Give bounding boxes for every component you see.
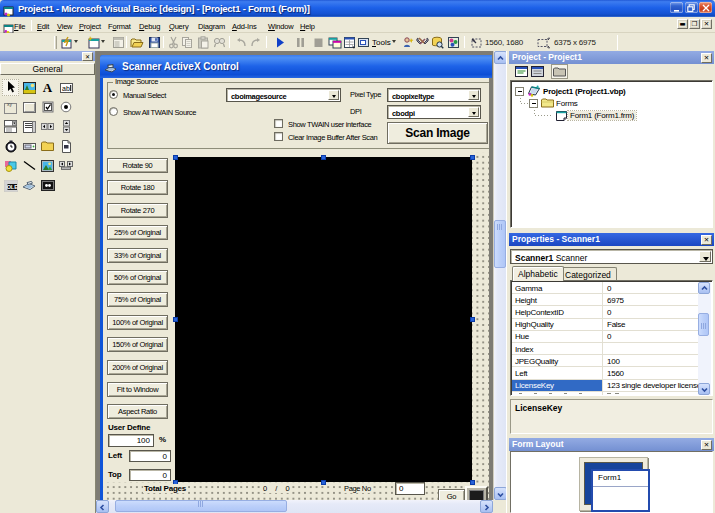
view-code-icon[interactable] bbox=[513, 64, 530, 79]
toolbox-titlebar[interactable] bbox=[0, 51, 95, 61]
tools-utility-icon[interactable] bbox=[415, 36, 429, 50]
menu-window[interactable]: Window bbox=[268, 22, 294, 31]
property-row-highquality[interactable]: HighQualityFalse bbox=[512, 319, 699, 331]
dpi-combo[interactable]: cbodpi bbox=[387, 105, 481, 119]
project-panel-titlebar[interactable]: Project - Project1 ✕ bbox=[509, 51, 714, 64]
selection-handle[interactable] bbox=[321, 480, 326, 485]
tab-alphabetic[interactable]: Alphabetic bbox=[512, 266, 564, 281]
form-layout-miniform[interactable]: Form1 bbox=[591, 469, 650, 512]
toolbox-label-icon[interactable]: A bbox=[39, 79, 56, 96]
tree-node-form1-form1-frm-[interactable]: Form1 (Form1.frm) bbox=[543, 109, 636, 121]
left-input[interactable]: 0 bbox=[129, 450, 171, 462]
copy-icon[interactable] bbox=[180, 36, 194, 50]
menu-help[interactable]: Help bbox=[300, 22, 315, 31]
form-design-surface[interactable]: Image Source Manual Select cboimagesourc… bbox=[103, 78, 489, 513]
cut-icon[interactable] bbox=[166, 36, 180, 50]
form-layout-close-icon[interactable]: ✕ bbox=[701, 440, 712, 450]
zoom-button-100-of-original[interactable]: 100% of Original bbox=[107, 315, 168, 330]
menu-format[interactable]: Format bbox=[108, 22, 131, 31]
break-icon[interactable] bbox=[293, 36, 307, 50]
properties-window-icon[interactable] bbox=[342, 36, 356, 50]
zoom-button-25-of-original[interactable]: 25% of Original bbox=[107, 225, 168, 240]
project-close-icon[interactable]: ✕ bbox=[701, 53, 712, 63]
property-row-licensekey[interactable]: LicenseKey123 single developer license bbox=[512, 380, 699, 392]
menu-diagram[interactable]: Diagram bbox=[198, 22, 225, 31]
form-titlebar[interactable]: Scanner ActiveX Control bbox=[100, 55, 492, 78]
toolbox-optionbutton-icon[interactable] bbox=[58, 99, 75, 116]
add-form-dropdown-icon[interactable] bbox=[101, 40, 105, 43]
zoom-button-rotate-180[interactable]: Rotate 180 bbox=[107, 180, 168, 195]
menu-addins[interactable]: Add-Ins bbox=[232, 22, 256, 31]
tree-node-forms[interactable]: Forms bbox=[529, 97, 580, 109]
zoom-button-33-of-original[interactable]: 33% of Original bbox=[107, 248, 168, 263]
add-project-icon[interactable] bbox=[59, 36, 73, 50]
restore-button[interactable] bbox=[685, 2, 698, 14]
toolbox-tab-general[interactable]: General bbox=[0, 63, 95, 75]
menu-editor-icon[interactable] bbox=[111, 36, 125, 50]
tab-categorized[interactable]: Categorized bbox=[559, 267, 617, 281]
zoom-button-75-of-original[interactable]: 75% of Original bbox=[107, 292, 168, 307]
toolbox-imageviewer-icon[interactable] bbox=[39, 177, 56, 194]
menu-view[interactable]: View bbox=[57, 22, 72, 31]
property-row-height[interactable]: Height6975 bbox=[512, 294, 699, 306]
zoom-button-rotate-90[interactable]: Rotate 90 bbox=[107, 158, 168, 173]
toolbox-image-icon[interactable] bbox=[39, 157, 56, 174]
open-project-icon[interactable] bbox=[130, 36, 144, 50]
show-all-twain-radio[interactable] bbox=[109, 107, 118, 116]
toggle-folders-icon[interactable] bbox=[551, 64, 568, 79]
data-view-window-icon[interactable] bbox=[430, 36, 444, 50]
toolbox-combobox-icon[interactable] bbox=[2, 118, 19, 135]
paste-icon[interactable] bbox=[196, 36, 210, 50]
clear-buffer-label[interactable]: Clear Image Buffer After Scan bbox=[287, 133, 378, 142]
zoom-button-50-of-original[interactable]: 50% of Original bbox=[107, 270, 168, 285]
menu-edit[interactable]: Edit bbox=[37, 22, 49, 31]
mdi-minimize-button[interactable]: ▬ bbox=[677, 19, 688, 29]
top-input[interactable]: 0 bbox=[129, 469, 171, 481]
toolbox-filelistbox-icon[interactable] bbox=[58, 138, 75, 155]
pixel-type-combo[interactable]: cbopixeltype bbox=[387, 88, 481, 102]
component-manager-icon[interactable] bbox=[446, 36, 460, 50]
toolbox-dirlistbox-icon[interactable] bbox=[39, 138, 56, 155]
mdi-horizontal-scrollbar[interactable] bbox=[96, 500, 493, 513]
toolbox-drivelistbox-icon[interactable] bbox=[21, 138, 38, 155]
form-layout-titlebar[interactable]: Form Layout ✕ bbox=[509, 438, 714, 451]
tools-dropdown-icon[interactable] bbox=[392, 40, 396, 43]
properties-close-icon[interactable]: ✕ bbox=[701, 235, 712, 245]
start-icon[interactable] bbox=[273, 36, 287, 50]
toolbox-listbox-icon[interactable] bbox=[21, 118, 38, 135]
zoom-button-rotate-270[interactable]: Rotate 270 bbox=[107, 203, 168, 218]
minimize-button[interactable] bbox=[670, 2, 683, 14]
object-combobox[interactable]: Scanner1 Scanner bbox=[510, 249, 713, 264]
tree-node-project1-project1-vbp-[interactable]: Project1 (Project1.vbp) bbox=[515, 85, 628, 97]
toolbar-grip[interactable] bbox=[54, 36, 57, 49]
menu-debug[interactable]: Debug bbox=[139, 22, 160, 31]
toolbox-ole-icon[interactable]: OLE bbox=[2, 177, 19, 194]
save-project-icon[interactable] bbox=[147, 36, 161, 50]
add-in-manager-icon[interactable] bbox=[401, 36, 415, 50]
selection-handle[interactable] bbox=[470, 317, 475, 322]
project-explorer-icon[interactable] bbox=[328, 36, 342, 50]
close-button[interactable] bbox=[699, 2, 712, 14]
property-row-helpcontextid[interactable]: HelpContextID0 bbox=[512, 306, 699, 318]
add-project-dropdown-icon[interactable] bbox=[74, 40, 78, 43]
tools-dropdown-button[interactable]: Tools bbox=[372, 38, 391, 47]
show-twain-ui-label[interactable]: Show TWAIN user interface bbox=[287, 120, 372, 129]
zoom-button-aspect-ratio[interactable]: Aspect Ratio bbox=[107, 404, 168, 419]
propgrid-scrollbar[interactable] bbox=[698, 282, 711, 395]
toolbox-checkbox-icon[interactable] bbox=[39, 99, 56, 116]
toolbox-pointer-icon[interactable] bbox=[2, 79, 19, 96]
find-icon[interactable] bbox=[212, 36, 226, 50]
mdi-vertical-scrollbar[interactable] bbox=[493, 51, 506, 500]
property-row-jpegquality[interactable]: JPEGQuality100 bbox=[512, 355, 699, 367]
toolbox-line-icon[interactable] bbox=[21, 157, 38, 174]
user-define-input[interactable]: 100 bbox=[108, 434, 154, 447]
menu-query[interactable]: Query bbox=[169, 22, 188, 31]
toolbox-textbox-icon[interactable]: ab bbox=[58, 79, 75, 96]
selection-handle[interactable] bbox=[470, 155, 475, 160]
clear-buffer-checkbox[interactable] bbox=[274, 132, 283, 141]
toolbox-picturebox-icon[interactable] bbox=[21, 79, 38, 96]
redo-icon[interactable] bbox=[249, 36, 263, 50]
view-object-icon[interactable] bbox=[529, 64, 546, 79]
toolbox-close-icon[interactable]: ✕ bbox=[82, 52, 93, 61]
toolbox-frame-icon[interactable]: xy bbox=[2, 99, 19, 116]
